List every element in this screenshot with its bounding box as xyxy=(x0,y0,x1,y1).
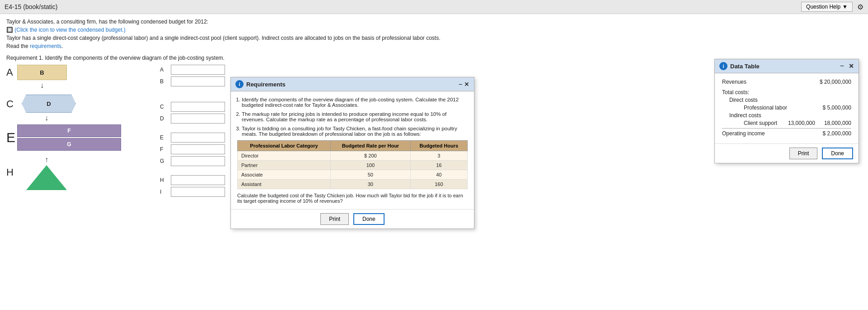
req-print-button[interactable]: Print xyxy=(320,213,349,225)
dt-modal-title: Data Table xyxy=(730,63,760,70)
b-label: B xyxy=(40,69,44,76)
dt-modal-header: i Data Table − ✕ xyxy=(715,59,859,73)
field-b-input[interactable] xyxy=(171,76,225,86)
d-label: D xyxy=(47,100,51,107)
field-e-label: E xyxy=(160,134,168,141)
dt-revenues-value: $ 20,000,000 xyxy=(820,79,851,85)
field-row-g: G xyxy=(160,156,225,166)
field-row-e: E xyxy=(160,133,225,143)
requirements-link[interactable]: requirements xyxy=(30,43,61,49)
dt-minimize-button[interactable]: − xyxy=(840,62,844,70)
req-table-cell-0-0: Director xyxy=(238,151,331,161)
req-item-2: The markup rate for pricing jobs is inte… xyxy=(242,111,468,122)
req-minimize-button[interactable]: − xyxy=(459,81,462,88)
dt-print-button[interactable]: Print xyxy=(789,148,818,159)
dt-modal-body: Revenues $ 20,000,000 Total costs: Direc… xyxy=(715,73,859,143)
dt-total-costs-label: Total costs: xyxy=(722,89,749,95)
req-close-button[interactable]: ✕ xyxy=(464,81,469,88)
dt-client-support-label: Client support xyxy=(744,120,777,126)
requirement-label: Requirement 1. xyxy=(6,55,43,61)
req-table-cell-2-2: 40 xyxy=(410,170,467,180)
field-row-f: F xyxy=(160,144,225,154)
field-b-label: B xyxy=(160,78,168,85)
req-modal-controls: − ✕ xyxy=(459,81,469,88)
field-e-input[interactable] xyxy=(171,133,225,143)
arrow-b-to-d xyxy=(40,81,44,90)
dt-operating-income-label: Operating income xyxy=(722,130,765,137)
dt-close-button[interactable]: ✕ xyxy=(849,62,854,70)
req-item-3: Taylor is bidding on a consulting job fo… xyxy=(242,126,468,137)
dt-prof-labor-row: Professional labor $ 5,000,000 xyxy=(722,105,851,111)
d-shape-wrapper: D xyxy=(17,95,76,124)
requirement-text: Identify the components of the overview … xyxy=(45,55,225,61)
field-i-label: I xyxy=(160,189,168,195)
f-label: F xyxy=(67,128,70,134)
field-c-label: C xyxy=(160,104,168,110)
req-table-header-category: Professional Labor Category xyxy=(238,141,331,151)
req-table-cell-3-0: Assistant xyxy=(238,180,331,189)
req-item-1: Identify the components of the overview … xyxy=(242,97,468,108)
field-h-input[interactable] xyxy=(171,175,225,185)
gear-icon[interactable]: ⚙ xyxy=(857,3,863,11)
dt-client-support-value2: 18,000,000 xyxy=(824,120,851,126)
dt-revenues-label: Revenues xyxy=(722,79,746,85)
field-g-label: G xyxy=(160,158,168,164)
field-f-input[interactable] xyxy=(171,144,225,154)
b-box: B xyxy=(17,65,67,80)
page-title: E4-15 (book/static) xyxy=(5,3,58,10)
requirements-modal: i Requirements − ✕ Identify the componen… xyxy=(230,77,474,229)
req-table-cell-2-0: Associate xyxy=(238,170,331,180)
arrow-d-to-fg xyxy=(45,114,48,122)
dt-divider xyxy=(722,128,851,129)
req-table-cell-2-1: 50 xyxy=(331,170,411,180)
req-table-row: Assistant30160 xyxy=(238,180,468,189)
fg-group: F G xyxy=(17,124,121,151)
dt-client-support-values: 13,000,000 18,000,000 xyxy=(788,120,851,126)
field-c-input[interactable] xyxy=(171,102,225,112)
field-row-c: C xyxy=(160,102,225,112)
dt-operating-income-row: Operating income $ 2,000,000 xyxy=(722,130,851,137)
b-shape-wrapper: B xyxy=(17,65,67,91)
field-row-d: D xyxy=(160,114,225,124)
dt-prof-labor-value: $ 5,000,000 xyxy=(823,105,851,111)
dt-direct-costs-row: Direct costs xyxy=(722,97,851,103)
d-box: D xyxy=(22,95,76,113)
req-table-header-rate: Budgeted Rate per Hour xyxy=(331,141,411,151)
arrow-up-to-fg xyxy=(45,156,48,164)
field-row-b: B xyxy=(160,76,225,86)
question-help-button[interactable]: Question Help ▼ xyxy=(801,2,853,12)
req-modal-header-left: i Requirements xyxy=(235,80,286,88)
left-diagram: A B C D xyxy=(6,65,124,190)
field-d-label: D xyxy=(160,115,168,122)
data-table-modal: i Data Table − ✕ Revenues $ 20,000,000 T… xyxy=(714,59,859,163)
a-brace-label: A xyxy=(6,67,14,78)
req-modal-body: Identify the components of the overview … xyxy=(231,91,474,209)
dt-done-button[interactable]: Done xyxy=(822,148,853,159)
req-table-row: Associate5040 xyxy=(238,170,468,180)
dt-prof-labor-label: Professional labor xyxy=(744,105,787,111)
req-done-button[interactable]: Done xyxy=(353,213,385,225)
req-modal-title: Requirements xyxy=(246,81,286,88)
field-a-input[interactable] xyxy=(171,65,225,75)
dt-indirect-costs-row: Indirect costs xyxy=(722,112,851,119)
field-f-label: F xyxy=(160,146,168,153)
field-g-input[interactable] xyxy=(171,156,225,166)
req-modal-footer: Print Done xyxy=(231,209,474,229)
f-box: F xyxy=(17,124,121,137)
field-d-input[interactable] xyxy=(171,114,225,124)
app-header: E4-15 (book/static) Question Help ▼ ⚙ xyxy=(0,0,868,14)
field-i-input[interactable] xyxy=(171,187,225,197)
requirements-list: Identify the components of the overview … xyxy=(242,97,468,137)
req-info-icon: i xyxy=(235,80,244,88)
h-brace-label: H xyxy=(6,167,14,178)
i-shape-wrapper xyxy=(26,154,67,190)
dt-operating-income-value: $ 2,000,000 xyxy=(823,130,851,137)
dt-client-support-value1: 13,000,000 xyxy=(788,120,815,126)
i-triangle xyxy=(26,165,67,190)
req-table-cell-3-2: 160 xyxy=(410,180,467,189)
c-brace-label: C xyxy=(6,98,14,110)
condensed-budget-link[interactable]: 🔲 (Click the icon to view the condensed … xyxy=(6,27,126,33)
req-table-cell-1-1: 100 xyxy=(331,161,411,170)
e-brace-label: E xyxy=(6,130,14,145)
req-table-body: Director$ 2003Partner10016Associate5040A… xyxy=(238,151,468,189)
